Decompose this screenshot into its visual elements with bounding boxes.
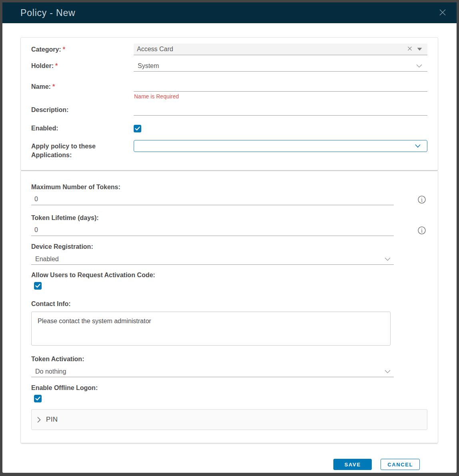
holder-label: Holder:*: [31, 62, 134, 70]
general-section: Category:* Access Card: [20, 37, 438, 170]
svg-text:i: i: [421, 197, 423, 203]
svg-text:i: i: [421, 228, 423, 234]
applications-label: Apply policy to these Applications:: [31, 140, 134, 160]
holder-field-wrap: System: [134, 60, 427, 72]
contact-info-label: Contact Info:: [31, 300, 427, 308]
max-tokens-label: Maximum Number of Tokens:: [31, 183, 427, 192]
dialog-body: Category:* Access Card: [2, 23, 457, 470]
allow-activation-code-label: Allow Users to Request Activation Code:: [31, 271, 427, 280]
enabled-checkbox[interactable]: [134, 125, 141, 132]
device-registration-group: Device Registration: Enabled: [31, 242, 427, 265]
device-registration-value: Enabled: [35, 256, 59, 263]
allow-activation-code-checkbox[interactable]: [34, 282, 42, 290]
token-lifetime-input[interactable]: [31, 225, 394, 236]
device-registration-label: Device Registration:: [31, 242, 427, 251]
required-asterisk: *: [55, 62, 58, 69]
name-label: Name:*: [31, 80, 134, 91]
dropdown-triangle-icon[interactable]: [417, 48, 422, 51]
pin-expander[interactable]: PIN: [31, 409, 427, 430]
enabled-field-wrap: [134, 125, 427, 132]
holder-row: Holder:* System: [31, 60, 427, 72]
required-asterisk: *: [63, 46, 65, 53]
chevron-down-icon: [385, 257, 391, 261]
category-row: Category:* Access Card: [31, 44, 427, 55]
offline-logon-label: Enable Offline Logon:: [31, 384, 427, 392]
chevron-down-icon: [415, 144, 421, 148]
category-select[interactable]: Access Card: [134, 44, 427, 55]
chevron-down-icon: [385, 370, 391, 373]
token-activation-select[interactable]: Do nothing: [31, 366, 394, 377]
category-label: Category:*: [31, 45, 134, 54]
device-registration-select[interactable]: Enabled: [31, 254, 394, 265]
close-button[interactable]: [437, 8, 448, 18]
description-field-wrap: [134, 104, 427, 116]
category-value: Access Card: [137, 46, 173, 53]
category-field-wrap: Access Card: [134, 44, 427, 55]
settings-section: Maximum Number of Tokens: i Token Lifeti…: [20, 170, 438, 443]
description-row: Description:: [31, 104, 427, 116]
holder-select[interactable]: System: [134, 60, 427, 72]
enabled-label: Enabled:: [31, 124, 134, 133]
token-lifetime-field-wrap: [31, 225, 394, 236]
clear-selection-button[interactable]: [407, 46, 412, 52]
description-input[interactable]: [134, 104, 427, 116]
required-asterisk: *: [52, 83, 55, 90]
applications-multiselect[interactable]: [134, 140, 427, 152]
offline-logon-checkbox[interactable]: [34, 395, 42, 402]
enabled-row: Enabled:: [31, 124, 427, 133]
holder-value: System: [138, 62, 159, 70]
close-icon: [438, 8, 447, 18]
name-row: Name:* Name is Required: [31, 80, 427, 100]
allow-activation-code-group: Allow Users to Request Activation Code:: [31, 271, 427, 290]
max-tokens-field-wrap: [31, 194, 394, 205]
info-icon[interactable]: i: [417, 195, 426, 204]
checkmark-icon: [35, 396, 40, 401]
checkmark-icon: [35, 284, 40, 288]
token-lifetime-label: Token Lifetime (days):: [31, 214, 427, 222]
token-activation-label: Token Activation:: [31, 355, 427, 364]
applications-field-wrap: [134, 140, 427, 152]
offline-logon-group: Enable Offline Logon:: [31, 384, 427, 402]
description-label: Description:: [31, 106, 134, 114]
token-activation-group: Token Activation: Do nothing: [31, 355, 427, 377]
token-activation-value: Do nothing: [35, 368, 66, 375]
checkmark-icon: [135, 126, 140, 131]
policy-new-dialog: Policy - New Category:* Access Card: [2, 2, 457, 473]
cancel-button[interactable]: CANCEL: [381, 459, 420, 470]
name-error-message: Name is Required: [134, 94, 427, 100]
chevron-down-icon: [416, 64, 422, 68]
max-tokens-row: i: [31, 194, 427, 205]
name-field-wrap: Name is Required: [134, 80, 427, 100]
info-icon[interactable]: i: [417, 226, 426, 235]
max-tokens-input[interactable]: [31, 194, 394, 205]
token-lifetime-row: i: [31, 225, 427, 236]
dialog-footer: SAVE CANCEL: [20, 443, 438, 470]
name-input[interactable]: [134, 80, 427, 92]
save-button[interactable]: SAVE: [333, 459, 372, 470]
applications-row: Apply policy to these Applications:: [31, 140, 427, 160]
dialog-titlebar: Policy - New: [2, 2, 457, 23]
dialog-title: Policy - New: [20, 8, 437, 18]
max-tokens-group: Maximum Number of Tokens: i: [31, 183, 427, 205]
clear-x-icon: [407, 46, 412, 52]
pin-section-label: PIN: [46, 416, 58, 424]
contact-info-group: Contact Info: Please contact the system …: [31, 300, 427, 347]
token-lifetime-group: Token Lifetime (days): i: [31, 214, 427, 236]
chevron-right-icon: [37, 417, 41, 423]
contact-info-textarea[interactable]: Please contact the system administrator: [31, 312, 391, 346]
